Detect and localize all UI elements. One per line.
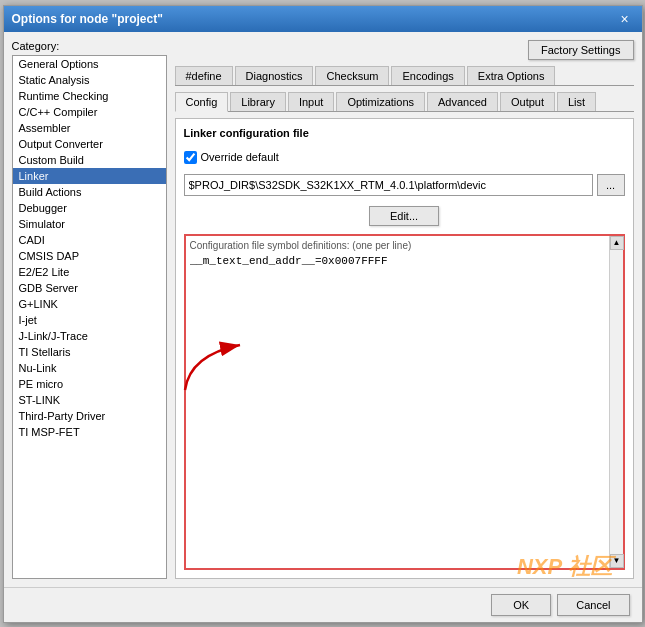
tab-input[interactable]: Input xyxy=(288,92,334,111)
category-item-assembler[interactable]: Assembler xyxy=(13,120,166,136)
category-item-e2e2-lite[interactable]: E2/E2 Lite xyxy=(13,264,166,280)
category-item-build-actions[interactable]: Build Actions xyxy=(13,184,166,200)
tab-library[interactable]: Library xyxy=(230,92,286,111)
category-item-third-party-driver[interactable]: Third-Party Driver xyxy=(13,408,166,424)
tab-encodings[interactable]: Encodings xyxy=(391,66,464,85)
override-default-checkbox[interactable] xyxy=(184,151,197,164)
category-item-pe-micro[interactable]: PE micro xyxy=(13,376,166,392)
category-item-i-jet[interactable]: I-jet xyxy=(13,312,166,328)
file-path-input[interactable] xyxy=(184,174,593,196)
category-item-ti-msp-fet[interactable]: TI MSP-FET xyxy=(13,424,166,440)
symbol-def-label: Configuration file symbol definitions: (… xyxy=(190,240,619,251)
tabs-row2: ConfigLibraryInputOptimizationsAdvancedO… xyxy=(175,92,634,112)
ok-button[interactable]: OK xyxy=(491,594,551,616)
category-label: Category: xyxy=(12,40,167,52)
category-item-simulator[interactable]: Simulator xyxy=(13,216,166,232)
scroll-down-arrow[interactable]: ▼ xyxy=(610,554,624,568)
symbol-definitions-area: Configuration file symbol definitions: (… xyxy=(184,234,625,570)
category-item-gdb-server[interactable]: GDB Server xyxy=(13,280,166,296)
tab-extra-options[interactable]: Extra Options xyxy=(467,66,556,85)
cancel-button[interactable]: Cancel xyxy=(557,594,629,616)
category-item-cmsis-dap[interactable]: CMSIS DAP xyxy=(13,248,166,264)
browse-button[interactable]: ... xyxy=(597,174,625,196)
category-item-general-options[interactable]: General Options xyxy=(13,56,166,72)
left-panel: Category: General OptionsStatic Analysis… xyxy=(12,40,167,579)
override-default-label: Override default xyxy=(201,151,279,163)
tab-define[interactable]: #define xyxy=(175,66,233,85)
dialog-body: Category: General OptionsStatic Analysis… xyxy=(4,32,642,587)
category-item-custom-build[interactable]: Custom Build xyxy=(13,152,166,168)
title-bar: Options for node "project" × xyxy=(4,6,642,32)
category-item-debugger[interactable]: Debugger xyxy=(13,200,166,216)
linker-config-section-title: Linker configuration file xyxy=(184,127,625,139)
category-item-ti-stellaris[interactable]: TI Stellaris xyxy=(13,344,166,360)
tab-list[interactable]: List xyxy=(557,92,596,111)
edit-button[interactable]: Edit... xyxy=(369,206,439,226)
symbol-def-textarea[interactable] xyxy=(190,255,619,564)
scroll-up-arrow[interactable]: ▲ xyxy=(610,236,624,250)
close-button[interactable]: × xyxy=(616,10,634,28)
tab-output[interactable]: Output xyxy=(500,92,555,111)
factory-settings-row: Factory Settings xyxy=(175,40,634,60)
dialog-footer: NXP 社区 OK Cancel xyxy=(4,587,642,622)
edit-btn-row: Edit... xyxy=(184,206,625,226)
tab-advanced[interactable]: Advanced xyxy=(427,92,498,111)
tab-diagnostics[interactable]: Diagnostics xyxy=(235,66,314,85)
dialog-title: Options for node "project" xyxy=(12,12,163,26)
category-item-runtime-checking[interactable]: Runtime Checking xyxy=(13,88,166,104)
category-item-cadi[interactable]: CADI xyxy=(13,232,166,248)
tab-optimizations[interactable]: Optimizations xyxy=(336,92,425,111)
tabs-row1: #defineDiagnosticsChecksumEncodingsExtra… xyxy=(175,66,634,86)
category-item-static-analysis[interactable]: Static Analysis xyxy=(13,72,166,88)
category-item-nu-link[interactable]: Nu-Link xyxy=(13,360,166,376)
options-dialog: Options for node "project" × Category: G… xyxy=(3,5,643,623)
scrollbar[interactable]: ▲ ▼ xyxy=(609,236,623,568)
category-list: General OptionsStatic AnalysisRuntime Ch… xyxy=(12,55,167,579)
right-panel: Factory Settings #defineDiagnosticsCheck… xyxy=(175,40,634,579)
tab-checksum[interactable]: Checksum xyxy=(315,66,389,85)
override-default-row: Override default xyxy=(184,151,625,164)
category-item-g-link[interactable]: G+LINK xyxy=(13,296,166,312)
file-path-row: ... xyxy=(184,174,625,196)
category-item-jlink-jtrace[interactable]: J-Link/J-Trace xyxy=(13,328,166,344)
factory-settings-button[interactable]: Factory Settings xyxy=(528,40,633,60)
category-item-st-link[interactable]: ST-LINK xyxy=(13,392,166,408)
tab-config[interactable]: Config xyxy=(175,92,229,112)
category-item-output-converter[interactable]: Output Converter xyxy=(13,136,166,152)
category-item-linker[interactable]: Linker xyxy=(13,168,166,184)
main-content: Linker configuration file Override defau… xyxy=(175,118,634,579)
category-item-cpp-compiler[interactable]: C/C++ Compiler xyxy=(13,104,166,120)
